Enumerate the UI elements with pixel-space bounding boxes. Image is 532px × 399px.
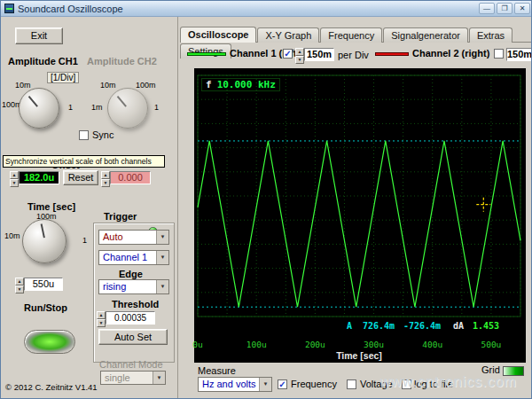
amplitude-ch2-knob[interactable]: [107, 88, 148, 129]
channel-mode-dropdown[interactable]: single ▼: [100, 371, 166, 385]
sync-label: Sync: [92, 129, 113, 140]
sync-checkbox[interactable]: [79, 130, 89, 140]
measure-da-label: dA: [453, 321, 464, 331]
x-axis-tick: 0u: [192, 340, 202, 349]
exit-button[interactable]: Exit: [15, 27, 63, 44]
time-label: Time [sec]: [27, 201, 75, 212]
app-icon: [4, 4, 14, 13]
edge-label: Edge: [119, 269, 143, 279]
amplitude-ch1-label: Amplitude CH1: [8, 56, 78, 66]
sync-tooltip: Synchronize vertical scale of both chann…: [3, 155, 165, 168]
trigger-source-dropdown[interactable]: Channel 1 ▼: [98, 250, 169, 265]
x-axis-tick: 100u: [246, 340, 267, 349]
threshold-spinner[interactable]: ▲▼: [97, 311, 106, 325]
x-axis-tick: 200u: [305, 340, 325, 349]
trigger-mode-dropdown[interactable]: Auto ▼: [98, 230, 169, 245]
run-stop-label: Run/Stop: [24, 302, 67, 313]
tab-signalgenerator[interactable]: Signalgenerator: [383, 27, 468, 43]
app-window: Soundcard Oszilloscope — ❐ ✕ Exit Amplit…: [0, 0, 532, 399]
dropdown-arrow-icon: ▼: [153, 372, 165, 384]
frequency-value: 10.000 kHz: [217, 79, 276, 90]
ch2-knob-tick-label: 100m: [136, 81, 156, 90]
x-axis-tick: 500u: [481, 340, 501, 349]
waveform-channel1: [198, 141, 520, 307]
tab-oscilloscope[interactable]: Oscilloscope: [180, 27, 256, 43]
x-axis-label: Time [sec]: [301, 350, 418, 361]
run-stop-button[interactable]: [24, 330, 75, 354]
oscilloscope-display: f10.000 kHz A 726.4m -726.4m dA 1.453 0u…: [194, 68, 526, 363]
tab-x-y-graph[interactable]: X-Y Graph: [257, 27, 319, 43]
channel1-color-swatch: [187, 52, 226, 56]
measure-mode-dropdown[interactable]: Hz and volts ▼: [198, 377, 272, 392]
ch2-knob-tick-label: 1m: [91, 103, 103, 112]
measure-max-value: 726.4m: [363, 321, 395, 331]
amplitude-ch1-knob[interactable]: [19, 88, 59, 129]
channel2-color-swatch: [375, 52, 409, 56]
time-spinner[interactable]: ▲▼: [15, 278, 24, 291]
channel2-label: Channel 2 (right): [412, 48, 489, 59]
channel1-checkbox[interactable]: ✓: [283, 49, 293, 59]
dropdown-arrow-icon[interactable]: ▼: [156, 231, 168, 244]
tab-extras[interactable]: Extras: [469, 27, 512, 43]
channel2-checkbox[interactable]: [494, 49, 504, 59]
x-axis-ticks: 0u100u200u300u400u500u: [194, 340, 526, 350]
time-knob-tick-label: 10m: [4, 231, 20, 240]
ch1-knob-tick-label: 10m: [15, 81, 31, 90]
dropdown-arrow-icon[interactable]: ▼: [259, 378, 271, 391]
frequency-readout: f10.000 kHz: [201, 78, 280, 91]
auto-set-button[interactable]: Auto Set: [98, 329, 168, 345]
voltage-checkbox[interactable]: [347, 379, 356, 389]
channel-mode-label: Channel Mode: [99, 359, 163, 370]
ch2-knob-tick-label: 10m: [100, 81, 116, 90]
frequency-prefix: f: [206, 79, 212, 90]
ch1-knob-tick-label: 1: [68, 103, 73, 112]
tab-frequency[interactable]: Frequency: [320, 27, 382, 43]
channel2-scale-value[interactable]: 150m: [506, 48, 532, 61]
measure-a-label: A: [347, 321, 352, 331]
channel1-scale-spinner[interactable]: ▲▼: [295, 48, 304, 61]
time-value[interactable]: 550u: [24, 278, 63, 291]
offset-ch1-spinner[interactable]: ▲▼: [10, 171, 19, 184]
copyright-text: © 2012 C. Zeitnitz V1.41: [5, 382, 98, 392]
x-axis-tick: 300u: [364, 340, 384, 349]
cursor-crosshair-icon[interactable]: [476, 198, 490, 212]
offset-ch2-value[interactable]: 0.000: [110, 171, 151, 184]
amplitude-ch2-label: Amplitude CH2: [87, 56, 157, 66]
grid-lines: [198, 75, 520, 317]
frequency-label: Frequency: [291, 379, 337, 389]
threshold-input[interactable]: 0.00035: [106, 311, 155, 325]
control-panel: Exit Amplitude CH1 Amplitude CH2 [1/Div]…: [1, 17, 178, 399]
measure-min-value: -726.4m: [403, 321, 441, 331]
offset-ch2-spinner[interactable]: ▲▼: [101, 171, 110, 184]
channel1-per-div-label: per Div: [338, 50, 369, 60]
threshold-label: Threshold: [112, 299, 159, 309]
measure-da-value: 1.453: [473, 321, 499, 331]
frequency-checkbox[interactable]: ✓: [278, 379, 287, 389]
tab-settings[interactable]: Settings: [180, 43, 231, 59]
tab-bar: OscilloscopeX-Y GraphFrequencySignalgene…: [180, 27, 531, 43]
dropdown-arrow-icon[interactable]: ▼: [156, 251, 168, 264]
trigger-title: Trigger: [104, 211, 137, 222]
dropdown-arrow-icon[interactable]: ▼: [156, 280, 168, 293]
title-bar: Soundcard Oszilloscope — ❐ ✕: [1, 1, 532, 17]
x-axis-tick: 400u: [422, 340, 442, 349]
scope-plot: [194, 68, 526, 363]
per-div-label: [1/Div]: [47, 72, 79, 83]
minimize-button[interactable]: —: [479, 3, 495, 14]
amplitude-marker-lines: [198, 141, 520, 307]
time-knob-tick-label: 1: [82, 236, 87, 245]
offset-reset-button[interactable]: Reset: [63, 170, 98, 185]
ch2-knob-tick-label: 1: [154, 103, 159, 112]
window-title: Soundcard Oszilloscope: [18, 4, 123, 14]
channel1-scale-value[interactable]: 150m: [304, 48, 334, 61]
maximize-button[interactable]: ❐: [497, 3, 512, 14]
time-knob[interactable]: [22, 219, 66, 263]
close-button[interactable]: ✕: [514, 3, 530, 14]
measure-label: Measure: [198, 365, 236, 376]
offset-ch1-value[interactable]: 182.0u: [19, 171, 59, 184]
trigger-edge-dropdown[interactable]: rising ▼: [98, 279, 169, 294]
watermark-text: www.cntronics.com: [380, 374, 517, 390]
